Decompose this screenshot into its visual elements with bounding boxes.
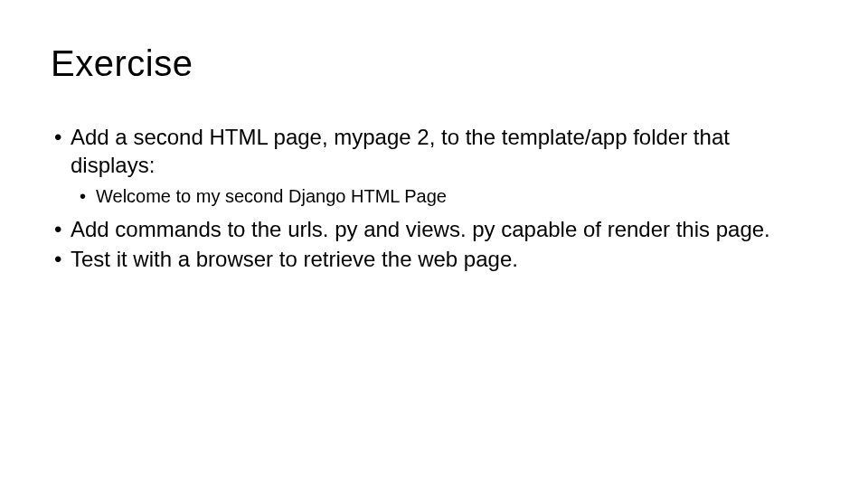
bullet-list: Add a second HTML page, mypage 2, to the… — [51, 124, 817, 274]
bullet-item: Test it with a browser to retrieve the w… — [51, 246, 817, 274]
bullet-text: Add a second HTML page, mypage 2, to the… — [71, 125, 730, 177]
slide-title: Exercise — [51, 43, 817, 84]
sub-bullet-list: Welcome to my second Django HTML Page — [71, 184, 817, 209]
bullet-item: Add commands to the urls. py and views. … — [51, 216, 817, 244]
sub-bullet-item: Welcome to my second Django HTML Page — [71, 184, 817, 209]
sub-bullet-text: Welcome to my second Django HTML Page — [96, 186, 447, 206]
bullet-item: Add a second HTML page, mypage 2, to the… — [51, 124, 817, 209]
bullet-text: Add commands to the urls. py and views. … — [71, 217, 770, 241]
bullet-text: Test it with a browser to retrieve the w… — [71, 247, 518, 271]
